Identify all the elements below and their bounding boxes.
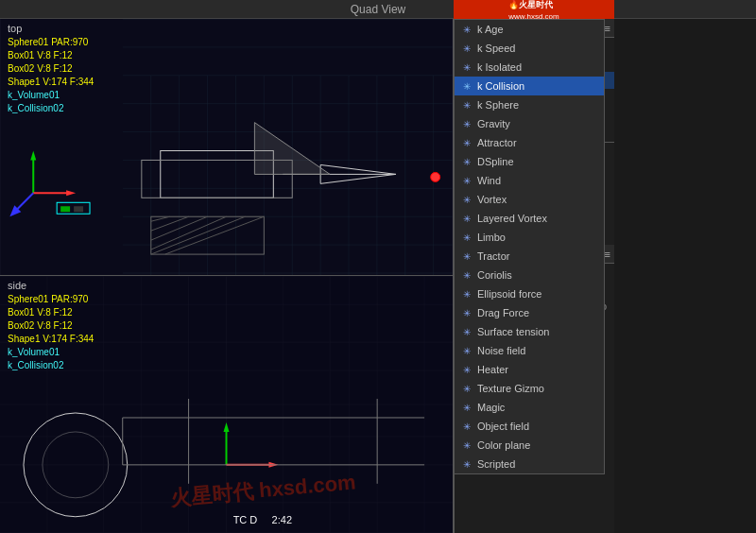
- menu-item-layered-vortex-label: Layered Vortex: [477, 213, 547, 224]
- menu-item-vortex[interactable]: ✳ Vortex: [455, 190, 604, 209]
- menu-item-k-sphere[interactable]: ✳ k Sphere: [455, 95, 604, 114]
- main-layout: top Sphere01 PAR:970 Box01 V:8 F:12 Box0…: [0, 19, 756, 533]
- magic-icon: ✳: [460, 401, 473, 414]
- menu-item-heater-label: Heater: [477, 364, 508, 375]
- viewport-top[interactable]: top Sphere01 PAR:970 Box01 V:8 F:12 Box0…: [0, 19, 454, 276]
- menu-item-color-plane-label: Color plane: [477, 439, 530, 451]
- menu-item-coriolis[interactable]: ✳ Coriolis: [455, 266, 604, 284]
- menu-item-magic-label: Magic: [477, 402, 505, 413]
- coriolis-icon: ✳: [460, 268, 473, 282]
- svg-rect-42: [60, 206, 70, 212]
- vt-info-1: Sphere01 PAR:970: [8, 36, 94, 49]
- menu-item-k-collision[interactable]: ✳ k Collision: [455, 77, 604, 95]
- drag-force-icon: ✳: [460, 306, 473, 319]
- menu-item-vortex-label: Vortex: [477, 194, 507, 205]
- tractor-icon: ✳: [460, 249, 473, 263]
- menu-item-tractor[interactable]: ✳ Tractor: [455, 247, 604, 266]
- ellipsoid-force-icon: ✳: [460, 287, 473, 301]
- menu-item-limbo[interactable]: ✳ Limbo: [455, 228, 604, 247]
- dropdown-menu: ✳ k Age ✳ k Speed ✳ k Isolated ✳ k Colli…: [454, 19, 605, 474]
- menu-item-limbo-label: Limbo: [477, 232, 506, 243]
- menu-item-k-speed-label: k Speed: [477, 43, 515, 54]
- menu-item-gravity[interactable]: ✳ Gravity: [455, 114, 604, 133]
- scripted-icon: ✳: [460, 457, 473, 471]
- texture-gizmo-icon: ✳: [460, 382, 473, 395]
- menu-item-heater[interactable]: ✳ Heater: [455, 360, 604, 379]
- vb-info-5: k_Volume01: [8, 346, 94, 359]
- limbo-icon: ✳: [460, 231, 473, 244]
- k-speed-icon: ✳: [460, 42, 473, 55]
- menu-item-coriolis-label: Coriolis: [477, 269, 512, 281]
- menu-item-layered-vortex[interactable]: ✳ Layered Vortex: [455, 209, 604, 228]
- menu-item-texture-gizmo-label: Texture Gizmo: [477, 383, 544, 394]
- menu-item-drag-force-label: Drag Force: [477, 307, 529, 318]
- k-collision-icon: ✳: [460, 79, 473, 93]
- vb-info-4: Shape1 V:174 F:344: [8, 333, 94, 346]
- wind-icon: ✳: [460, 174, 473, 187]
- dspline-icon: ✳: [460, 155, 473, 168]
- svg-rect-43: [74, 206, 83, 212]
- k-sphere-icon: ✳: [460, 98, 473, 112]
- menu-item-object-field-label: Object field: [477, 421, 529, 432]
- menu-item-k-sphere-label: k Sphere: [477, 99, 519, 111]
- menu-item-magic[interactable]: ✳ Magic: [455, 398, 604, 417]
- left-panel: top Sphere01 PAR:970 Box01 V:8 F:12 Box0…: [0, 19, 454, 533]
- menu-item-tractor-label: Tractor: [477, 250, 509, 262]
- menu-item-dspline-label: DSpline: [477, 156, 514, 167]
- vb-info-2: Box01 V:8 F:12: [8, 306, 94, 319]
- gravity-icon: ✳: [460, 117, 473, 130]
- menu-item-noise-field-label: Noise field: [477, 345, 525, 356]
- menu-item-surface-tension[interactable]: ✳ Surface tension: [455, 322, 604, 341]
- vortex-icon: ✳: [460, 193, 473, 206]
- menu-item-dspline[interactable]: ✳ DSpline: [455, 152, 604, 171]
- menu-item-object-field[interactable]: ✳ Object field: [455, 417, 604, 436]
- viewport-top-info: Sphere01 PAR:970 Box01 V:8 F:12 Box02 V:…: [8, 36, 94, 115]
- menu-item-wind[interactable]: ✳ Wind: [455, 171, 604, 190]
- k-age-icon: ✳: [460, 23, 473, 36]
- menu-item-ellipsoid-force-label: Ellipsoid force: [477, 288, 541, 300]
- surface-tension-icon: ✳: [460, 325, 473, 338]
- vt-info-4: Shape1 V:174 F:344: [8, 76, 94, 89]
- menu-item-gravity-label: Gravity: [477, 118, 510, 129]
- viewport-bottom-label: side: [8, 280, 26, 291]
- menu-item-surface-tension-label: Surface tension: [477, 326, 549, 337]
- vt-info-3: Box02 V:8 F:12: [8, 62, 94, 76]
- quad-view-title: Quad View: [351, 3, 405, 16]
- menu-item-k-collision-label: k Collision: [477, 80, 524, 92]
- menu-item-texture-gizmo[interactable]: ✳ Texture Gizmo: [455, 379, 604, 398]
- layered-vortex-icon: ✳: [460, 212, 473, 225]
- vt-info-2: Box01 V:8 F:12: [8, 49, 94, 62]
- vt-info-6: k_Collision02: [8, 102, 94, 115]
- attractor-icon: ✳: [460, 136, 473, 149]
- menu-item-k-age-label: k Age: [477, 24, 504, 35]
- brand-bar: 🔥火星时代www.hxsd.com: [454, 0, 614, 19]
- menu-item-k-speed[interactable]: ✳ k Speed: [455, 39, 604, 58]
- menu-item-scripted[interactable]: ✳ Scripted: [455, 455, 604, 473]
- menu-item-drag-force[interactable]: ✳ Drag Force: [455, 303, 604, 322]
- brand-label: 🔥火星时代www.hxsd.com: [508, 0, 558, 21]
- vb-info-6: k_Collision02: [8, 359, 94, 372]
- menu-item-attractor[interactable]: ✳ Attractor: [455, 133, 604, 152]
- heater-icon: ✳: [460, 363, 473, 376]
- menu-item-scripted-label: Scripted: [477, 458, 515, 470]
- tc-display: TC D 2:42: [233, 514, 292, 525]
- menu-item-k-isolated[interactable]: ✳ k Isolated: [455, 58, 604, 77]
- color-plane-icon: ✳: [460, 438, 473, 452]
- menu-item-k-age[interactable]: ✳ k Age: [455, 20, 604, 39]
- noise-field-icon: ✳: [460, 344, 473, 357]
- menu-item-k-isolated-label: k Isolated: [477, 61, 522, 73]
- object-field-icon: ✳: [460, 420, 473, 433]
- menu-item-color-plane[interactable]: ✳ Color plane: [455, 436, 604, 455]
- top-bar: Quad View _ ×: [0, 0, 756, 19]
- menu-item-attractor-label: Attractor: [477, 137, 517, 148]
- menu-item-noise-field[interactable]: ✳ Noise field: [455, 341, 604, 360]
- vb-info-1: Sphere01 PAR:970: [8, 293, 94, 306]
- viewport-bottom-info: Sphere01 PAR:970 Box01 V:8 F:12 Box02 V:…: [8, 293, 94, 372]
- props-list-icon[interactable]: ≡: [605, 249, 610, 260]
- viewport-top-label: top: [8, 23, 22, 34]
- scene-list-icon[interactable]: ≡: [605, 23, 610, 34]
- menu-item-wind-label: Wind: [477, 175, 501, 186]
- vt-info-5: k_Volume01: [8, 89, 94, 102]
- menu-item-ellipsoid-force[interactable]: ✳ Ellipsoid force: [455, 284, 604, 303]
- vb-info-3: Box02 V:8 F:12: [8, 319, 94, 333]
